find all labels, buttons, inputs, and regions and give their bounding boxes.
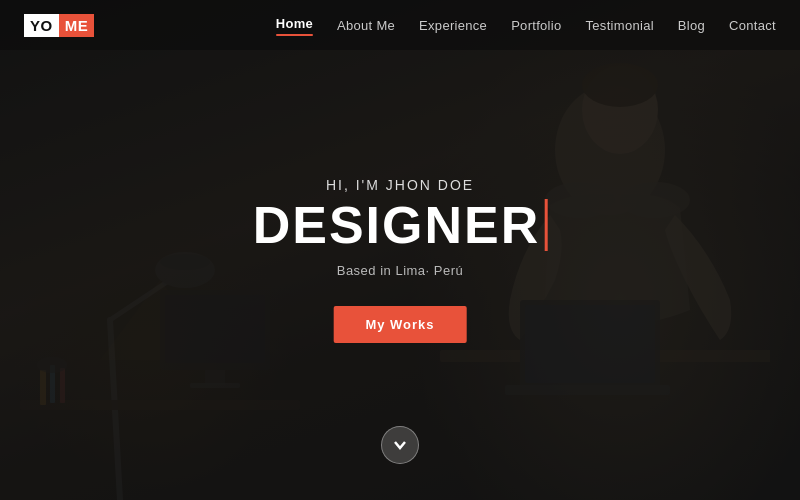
nav-link-experience[interactable]: Experience bbox=[419, 18, 487, 33]
nav-item-home[interactable]: Home bbox=[276, 14, 313, 36]
logo-me: ME bbox=[59, 14, 95, 37]
scroll-down-button[interactable] bbox=[381, 426, 419, 464]
nav-item-testimonial[interactable]: Testimonial bbox=[586, 16, 654, 34]
hero-section: YO ME Home About Me Experience Portfolio… bbox=[0, 0, 800, 500]
hero-greeting: HI, I'M JHON DOE bbox=[253, 177, 548, 193]
nav-menu: Home About Me Experience Portfolio Testi… bbox=[276, 14, 776, 36]
hero-location: Based in Lima· Perú bbox=[253, 263, 548, 278]
logo[interactable]: YO ME bbox=[24, 14, 94, 37]
nav-link-testimonial[interactable]: Testimonial bbox=[586, 18, 654, 33]
nav-item-about[interactable]: About Me bbox=[337, 16, 395, 34]
chevron-down-icon bbox=[392, 437, 408, 453]
nav-link-about[interactable]: About Me bbox=[337, 18, 395, 33]
nav-link-home[interactable]: Home bbox=[276, 16, 313, 36]
navbar: YO ME Home About Me Experience Portfolio… bbox=[0, 0, 800, 50]
hero-content: HI, I'M JHON DOE DESIGNER Based in Lima·… bbox=[253, 177, 548, 343]
nav-link-blog[interactable]: Blog bbox=[678, 18, 705, 33]
cursor-blink bbox=[544, 199, 547, 251]
cta-button[interactable]: My Works bbox=[333, 306, 466, 343]
hero-title: DESIGNER bbox=[253, 199, 548, 251]
logo-yo: YO bbox=[24, 14, 59, 37]
hero-title-text: DESIGNER bbox=[253, 199, 541, 251]
nav-link-contact[interactable]: Contact bbox=[729, 18, 776, 33]
nav-item-portfolio[interactable]: Portfolio bbox=[511, 16, 561, 34]
nav-item-experience[interactable]: Experience bbox=[419, 16, 487, 34]
nav-item-contact[interactable]: Contact bbox=[729, 16, 776, 34]
nav-link-portfolio[interactable]: Portfolio bbox=[511, 18, 561, 33]
nav-item-blog[interactable]: Blog bbox=[678, 16, 705, 34]
